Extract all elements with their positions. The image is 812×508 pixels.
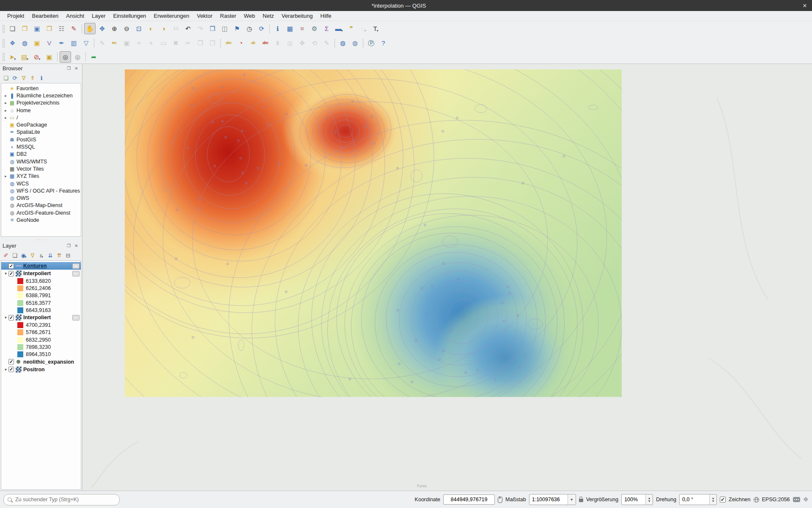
refresh-map-button[interactable]: ⟳: [256, 23, 267, 34]
magnifier-tool-button[interactable]: ◌▾: [358, 23, 369, 34]
highlight-pinned-labels-button[interactable]: abc: [260, 37, 271, 49]
rotate-label-button[interactable]: ⟲: [309, 37, 320, 49]
legend-entry[interactable]: 6133,6820: [1, 277, 81, 284]
copy-features-button[interactable]: ❐: [195, 37, 206, 49]
magnifier-spin-buttons[interactable]: ▲▼: [645, 494, 653, 505]
osm-place-search-button[interactable]: ◎: [60, 51, 71, 63]
menu-ansicht[interactable]: Ansicht: [62, 12, 88, 20]
new-virtual-layer-button[interactable]: ▽: [80, 37, 92, 49]
identify-features-button[interactable]: ℹ: [272, 23, 283, 34]
legend-entry[interactable]: 7898,3230: [1, 343, 81, 351]
browser-item-postgis[interactable]: ☗PostGIS: [1, 136, 81, 143]
expand-arrow-icon[interactable]: ▸: [3, 108, 8, 113]
menu-layer[interactable]: Layer: [88, 12, 110, 20]
add-feature-button[interactable]: ✧: [133, 37, 145, 49]
rotation-input[interactable]: [680, 497, 709, 502]
cut-features-button[interactable]: ✂: [182, 37, 194, 49]
layer-expand-arrow-icon[interactable]: ▾: [3, 367, 8, 372]
rotation-spin-buttons[interactable]: ▲▼: [709, 494, 716, 505]
messages-icon[interactable]: [793, 497, 800, 502]
layer-search-button[interactable]: ◎: [72, 51, 83, 63]
new-shapefile-layer-button[interactable]: V: [44, 37, 55, 49]
legend-entry[interactable]: 6516,3577: [1, 299, 81, 306]
mouse-position-icon[interactable]: [498, 497, 502, 503]
modify-attributes-button[interactable]: ▭: [158, 37, 169, 49]
panel-splitter[interactable]: ······: [0, 237, 82, 241]
change-label-properties-button[interactable]: ✎: [321, 37, 332, 49]
add-wms-layer-button[interactable]: ◍: [19, 37, 30, 49]
field-calculator-button[interactable]: ⌗: [296, 23, 308, 34]
select-by-location-button[interactable]: ▣: [44, 51, 55, 63]
layer-konturen[interactable]: ✓Konturen: [1, 262, 81, 270]
browser-item-[interactable]: ▸▭/: [1, 114, 81, 121]
menu-web[interactable]: Web: [240, 12, 259, 20]
processing-toolbox-button[interactable]: ⚙: [309, 23, 320, 34]
select-features-by-value-button[interactable]: ▤▾: [19, 51, 30, 63]
layer-interpoliert[interactable]: ▾✓Interpoliert: [1, 314, 81, 321]
layer-expand-arrow-icon[interactable]: ▾: [3, 315, 8, 320]
vertex-tool-button[interactable]: ⌖: [145, 37, 157, 49]
menu-vektor[interactable]: Vektor: [193, 12, 216, 20]
collapse-all-button[interactable]: ⇑: [28, 74, 37, 82]
browser-item-wfs-ogc-api-features[interactable]: ◍WFS / OGC API - Features: [1, 187, 81, 194]
add-group-button[interactable]: ❏: [11, 251, 19, 260]
locator-input[interactable]: [14, 496, 115, 503]
delete-selected-button[interactable]: ✖: [170, 37, 181, 49]
new-map-view-button[interactable]: ❒: [207, 23, 218, 34]
expand-arrow-icon[interactable]: ▸: [3, 174, 8, 178]
map-canvas[interactable]: Tunis: [82, 64, 812, 491]
open-project-button[interactable]: ❐: [19, 23, 30, 34]
layer-neolithic-expansion[interactable]: ✓neolithic_expansion: [1, 358, 81, 366]
refresh-browser-button[interactable]: ⟳: [11, 74, 19, 82]
new-geopackage-layer-button[interactable]: ▣: [31, 37, 43, 49]
zoom-out-button[interactable]: ⊖: [121, 23, 132, 34]
share-quickmapservices-button[interactable]: ➦: [88, 51, 99, 63]
legend-entry[interactable]: 6388,7991: [1, 292, 81, 299]
menu-verarbeitung[interactable]: Verarbeitung: [278, 12, 317, 20]
browser-item-vector-tiles[interactable]: ▦Vector Tiles: [1, 165, 81, 172]
save-project-button[interactable]: ▣: [31, 23, 43, 34]
zoom-native-resolution-button[interactable]: 1:1: [170, 23, 181, 34]
browser-close-button[interactable]: ✕: [73, 65, 80, 72]
plugin-manager-icon[interactable]: ❖: [803, 496, 809, 503]
browser-item-home[interactable]: ▸⌂Home: [1, 107, 81, 114]
new-3d-map-view-button[interactable]: ◫: [219, 23, 230, 34]
legend-entry[interactable]: 5766,2671: [1, 329, 81, 336]
text-annotation-button[interactable]: T▾: [370, 23, 381, 34]
remove-layer-button[interactable]: ⊟: [64, 251, 72, 260]
browser-item-projektverzeichnis[interactable]: ▸▩Projektverzeichnis: [1, 99, 81, 107]
scale-dropdown-icon[interactable]: ▼: [568, 494, 576, 505]
open-data-source-manager-button[interactable]: ❖: [7, 37, 18, 49]
browser-item-geopackage[interactable]: ▣GeoPackage: [1, 121, 81, 128]
show-hide-labels-button[interactable]: ◎: [284, 37, 296, 49]
expand-arrow-icon[interactable]: ▸: [3, 116, 8, 120]
python-console-button[interactable]: Ⓟ: [365, 37, 377, 49]
locator-search[interactable]: [3, 494, 120, 505]
zoom-in-button[interactable]: ⊕: [109, 23, 120, 34]
layer-positron[interactable]: ▾✓Positron: [1, 366, 81, 373]
select-features-button[interactable]: ➤▾: [7, 51, 18, 63]
move-label-button[interactable]: ✥: [296, 37, 308, 49]
current-edits-button[interactable]: ✎: [96, 37, 108, 49]
layer-diagram-button[interactable]: ◔: [235, 37, 247, 49]
browser-item-favoriten[interactable]: ★Favoriten: [1, 85, 81, 92]
crs-status[interactable]: EPSG:2056: [762, 497, 790, 502]
layers-close-button[interactable]: ✕: [73, 243, 80, 249]
temporal-controller-button[interactable]: ◷: [244, 23, 255, 34]
menu-netz[interactable]: Netz: [259, 12, 278, 20]
scale-combo[interactable]: ▼: [529, 494, 576, 505]
pinned-labels-button[interactable]: ab: [247, 37, 259, 49]
browser-item-arcgis-map-dienst[interactable]: ◍ArcGIS-Map-Dienst: [1, 202, 81, 209]
browser-item-spatialite[interactable]: ✒SpatiaLite: [1, 129, 81, 136]
menu-raster[interactable]: Raster: [216, 12, 240, 20]
metasearch-catalog-button[interactable]: ◍: [337, 37, 348, 49]
browser-item-arcgis-feature-dienst[interactable]: ◍ArcGIS-Feature-Dienst: [1, 209, 81, 216]
menu-einstellungen[interactable]: Einstellungen: [110, 12, 150, 20]
browser-item-db2[interactable]: ▣DB2: [1, 151, 81, 158]
new-project-button[interactable]: ❏: [7, 23, 18, 34]
browser-item-ows[interactable]: ◍OWS: [1, 194, 81, 202]
legend-entry[interactable]: 6643,9163: [1, 306, 81, 314]
open-attribute-table-button[interactable]: ▦: [284, 23, 296, 34]
show-layout-manager-button[interactable]: ☷: [56, 23, 67, 34]
pan-map-button[interactable]: ✋: [84, 23, 96, 34]
